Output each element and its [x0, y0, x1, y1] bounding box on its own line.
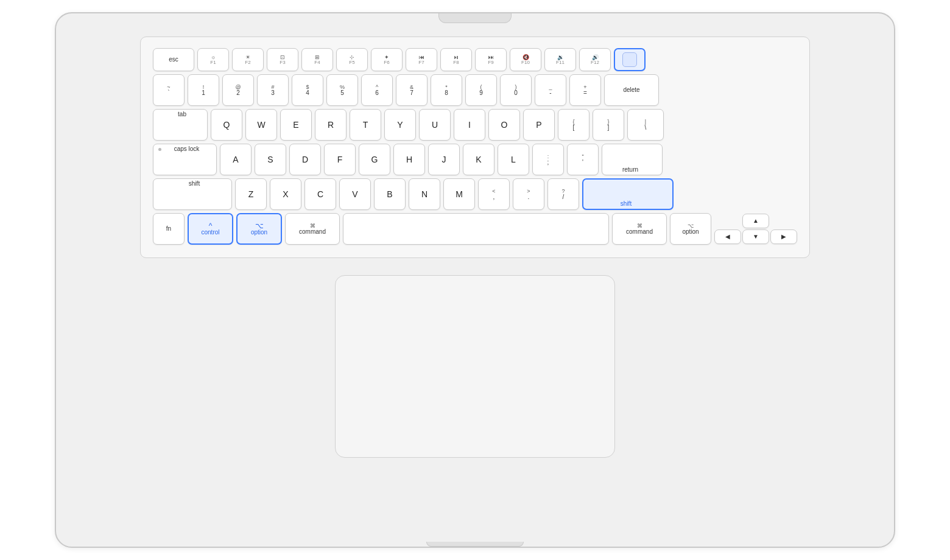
key-f4-label: F4 — [314, 60, 320, 65]
key-4[interactable]: $ 4 — [292, 74, 323, 106]
key-squote-bottom: ' — [582, 159, 583, 166]
key-7[interactable]: & 7 — [396, 74, 427, 106]
key-f7[interactable]: ⏮ F7 — [406, 48, 437, 71]
key-7-bottom: 7 — [410, 90, 413, 96]
key-v[interactable]: V — [339, 178, 371, 210]
key-option-right-label: option — [682, 229, 698, 235]
key-4-bottom: 4 — [306, 90, 309, 96]
key-backslash[interactable]: | \ — [627, 109, 664, 141]
key-slash-bottom: / — [563, 194, 565, 200]
key-fn[interactable]: fn — [153, 213, 185, 245]
key-semicolon[interactable]: : ; — [532, 144, 564, 175]
key-f10[interactable]: 🔇 F10 — [510, 48, 541, 71]
key-return[interactable]: return — [602, 144, 663, 175]
key-option-left[interactable]: ⌥ option — [236, 213, 282, 245]
key-x[interactable]: X — [270, 178, 301, 210]
key-f[interactable]: F — [324, 144, 356, 175]
key-9[interactable]: ( 9 — [465, 74, 497, 106]
key-power[interactable] — [614, 48, 646, 71]
key-arrow-down[interactable]: ▼ — [742, 229, 769, 244]
key-quote[interactable]: " ' — [567, 144, 599, 175]
key-comma-bottom: , — [493, 194, 495, 200]
key-shift-left[interactable]: shift — [153, 178, 232, 210]
key-tilde[interactable]: ~ ` — [153, 74, 185, 106]
key-esc[interactable]: esc — [153, 48, 194, 71]
key-f2[interactable]: ☀ F2 — [232, 48, 264, 71]
key-f5[interactable]: ⊹ F5 — [336, 48, 368, 71]
key-r[interactable]: R — [315, 109, 347, 141]
key-l[interactable]: L — [498, 144, 529, 175]
key-arrow-up[interactable]: ▲ — [742, 214, 769, 228]
key-equals[interactable]: + = — [569, 74, 601, 106]
key-shift-right[interactable]: shift — [582, 178, 674, 210]
key-g[interactable]: G — [359, 144, 390, 175]
key-z-label: Z — [248, 189, 254, 200]
key-tab-label: tab — [178, 111, 186, 117]
key-d[interactable]: D — [289, 144, 321, 175]
key-tab[interactable]: tab — [153, 109, 208, 141]
key-t[interactable]: T — [350, 109, 381, 141]
key-f11-label: F11 — [556, 60, 565, 65]
key-option-right[interactable]: ⌥ option — [670, 213, 711, 245]
key-f4[interactable]: ⊞ F4 — [301, 48, 333, 71]
key-command-left[interactable]: ⌘ command — [285, 213, 340, 245]
key-g-label: G — [371, 155, 378, 165]
key-d-label: D — [302, 155, 308, 165]
key-1[interactable]: ! 1 — [188, 74, 219, 106]
key-rbracket[interactable]: } ] — [593, 109, 624, 141]
key-f1[interactable]: ☼ F1 — [197, 48, 229, 71]
key-b[interactable]: B — [374, 178, 406, 210]
key-z[interactable]: Z — [235, 178, 267, 210]
key-8[interactable]: * 8 — [431, 74, 462, 106]
key-arrow-right[interactable]: ▶ — [770, 229, 797, 244]
key-0[interactable]: ) 0 — [500, 74, 532, 106]
key-f11[interactable]: 🔉 F11 — [544, 48, 576, 71]
key-space[interactable] — [343, 213, 609, 245]
key-command-right[interactable]: ⌘ command — [612, 213, 667, 245]
key-caps-label: caps lock — [174, 146, 200, 152]
key-caps-lock[interactable]: caps lock — [153, 144, 217, 175]
key-u[interactable]: U — [419, 109, 451, 141]
key-e[interactable]: E — [280, 109, 312, 141]
key-arrow-left[interactable]: ◀ — [714, 229, 741, 244]
key-control[interactable]: ^ control — [188, 213, 233, 245]
key-h[interactable]: H — [393, 144, 425, 175]
key-3[interactable]: # 3 — [257, 74, 289, 106]
key-a[interactable]: A — [220, 144, 252, 175]
key-2[interactable]: @ 2 — [222, 74, 254, 106]
key-i[interactable]: I — [454, 109, 485, 141]
key-k[interactable]: K — [463, 144, 494, 175]
key-m[interactable]: M — [443, 178, 475, 210]
key-f3[interactable]: ⊡ F3 — [267, 48, 298, 71]
key-c[interactable]: C — [304, 178, 336, 210]
key-o[interactable]: O — [488, 109, 520, 141]
key-5[interactable]: % 5 — [326, 74, 358, 106]
key-n[interactable]: N — [409, 178, 440, 210]
key-period[interactable]: > . — [513, 178, 544, 210]
key-f9[interactable]: ⏭ F9 — [475, 48, 507, 71]
key-comma[interactable]: < , — [478, 178, 510, 210]
key-q[interactable]: Q — [211, 109, 242, 141]
key-lbracket[interactable]: { [ — [558, 109, 589, 141]
key-esc-label: esc — [169, 57, 178, 63]
key-w[interactable]: W — [245, 109, 277, 141]
key-f12[interactable]: 🔊 F12 — [579, 48, 611, 71]
touchpad[interactable] — [335, 275, 615, 458]
key-5-bottom: 5 — [340, 90, 344, 96]
key-a-label: A — [233, 155, 238, 165]
key-6[interactable]: ^ 6 — [361, 74, 393, 106]
key-lbracket-bottom: [ — [573, 125, 575, 131]
key-slash[interactable]: ? / — [547, 178, 579, 210]
key-delete[interactable]: delete — [604, 74, 659, 106]
key-minus[interactable]: _ - — [535, 74, 566, 106]
key-6-bottom: 6 — [375, 90, 379, 96]
key-2-bottom: 2 — [236, 90, 240, 96]
key-y[interactable]: Y — [384, 109, 416, 141]
key-p[interactable]: P — [523, 109, 555, 141]
key-e-label: E — [293, 120, 298, 130]
key-f6[interactable]: ✦ F6 — [371, 48, 403, 71]
key-f-label: F — [337, 155, 343, 165]
key-j[interactable]: J — [428, 144, 460, 175]
key-f8[interactable]: ⏯ F8 — [440, 48, 472, 71]
key-s[interactable]: S — [255, 144, 286, 175]
